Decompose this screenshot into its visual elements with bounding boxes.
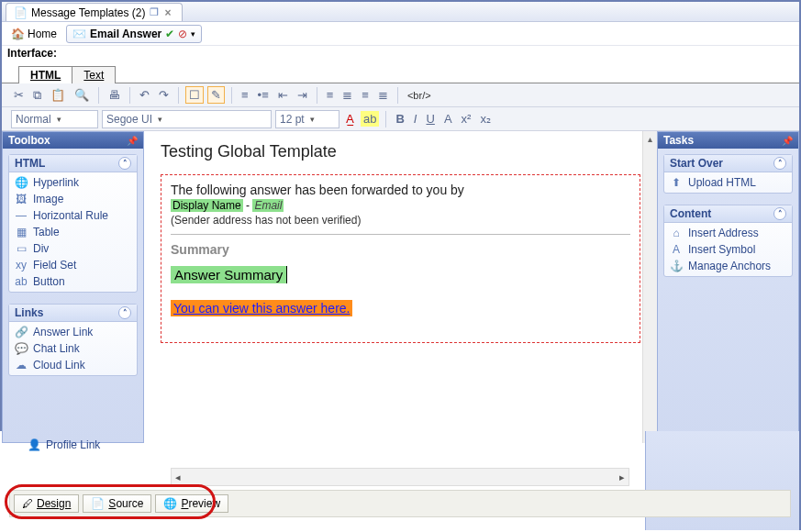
profile-icon: 👤 <box>28 438 41 451</box>
mail-icon: ✉️ <box>72 28 86 40</box>
display-line: Display Name - Email <box>171 199 630 212</box>
line-icon: — <box>15 209 28 222</box>
toolbox-profile-link[interactable]: 👤 Profile Link <box>28 438 100 451</box>
address-icon: ⌂ <box>670 227 683 239</box>
paste-icon[interactable]: 📋 <box>48 87 68 103</box>
copy-icon[interactable]: ⧉ <box>30 87 44 104</box>
window-tab-bar: 📄 Message Templates (2) ❐ × <box>2 2 799 22</box>
bold-button[interactable]: B <box>393 111 406 127</box>
align-left-icon[interactable]: ≡ <box>324 87 337 103</box>
group-links[interactable]: Links˄ <box>9 305 137 322</box>
email-answer-label: Email Answer <box>90 28 161 40</box>
pin-icon[interactable]: 📌 <box>782 136 793 146</box>
font-select[interactable]: Segoe UI▾ <box>102 110 272 128</box>
toolbox-answer-link[interactable]: 🔗Answer Link <box>11 324 135 340</box>
highlight-icon[interactable]: ab <box>361 111 379 127</box>
view-answer-link[interactable]: You can view this answer here. <box>171 300 352 316</box>
summary-label: Summary <box>171 242 630 257</box>
task-manage-anchors[interactable]: ⚓Manage Anchors <box>666 258 790 274</box>
outdent-icon[interactable]: ⇤ <box>275 87 291 103</box>
chevron-up-icon: ˄ <box>118 157 131 170</box>
font-color-icon[interactable]: A̲ <box>343 111 357 127</box>
superscript-button[interactable]: x² <box>459 111 474 127</box>
format-toolbar-row2: Normal▾ Segoe UI▾ 12 pt▾ A̲ ab B I U A x… <box>2 107 799 131</box>
align-right-icon[interactable]: ≡ <box>359 87 372 103</box>
toolbox-table[interactable]: ▦Table <box>11 224 135 240</box>
chat-icon: 💬 <box>15 342 28 355</box>
toolbox-cloud-link[interactable]: ☁Cloud Link <box>11 357 135 373</box>
chevron-up-icon: ˄ <box>773 207 786 220</box>
home-button[interactable]: 🏠 Home <box>7 27 61 41</box>
br-label[interactable]: <br/> <box>405 89 434 102</box>
group-content[interactable]: Content˄ <box>664 205 792 223</box>
toggle1-icon[interactable]: ☐ <box>185 86 204 104</box>
toolbox-image[interactable]: 🖼Image <box>11 191 135 207</box>
cloud-icon: ☁ <box>15 359 28 371</box>
check-icon: ✔ <box>165 28 174 40</box>
tab-source[interactable]: 📄Source <box>83 494 151 513</box>
font-button[interactable]: A <box>441 111 455 127</box>
toolbox-hyperlink[interactable]: 🌐Hyperlink <box>11 174 135 191</box>
find-icon[interactable]: 🔍 <box>72 87 92 103</box>
align-center-icon[interactable]: ≣ <box>339 87 355 103</box>
underline-button[interactable]: U <box>423 111 437 127</box>
document-tabs: HTML Text <box>18 63 799 83</box>
dropdown-icon[interactable]: ▾ <box>191 29 195 39</box>
toolbox-chat-link[interactable]: 💬Chat Link <box>11 340 135 357</box>
align-justify-icon[interactable]: ≣ <box>375 87 391 103</box>
toolbox-button[interactable]: abButton <box>11 273 135 290</box>
tab-text[interactable]: Text <box>72 66 116 83</box>
group-start-over[interactable]: Start Over˄ <box>664 155 792 172</box>
toolbox-title: Toolbox📌 <box>3 132 143 149</box>
tab-design[interactable]: 🖊Design <box>14 494 79 513</box>
templates-icon: 📄 <box>14 6 28 19</box>
pin-icon[interactable]: 📌 <box>127 136 138 146</box>
symbol-icon: A <box>670 243 683 256</box>
task-upload-html[interactable]: ⬆Upload HTML <box>666 174 790 191</box>
email-field[interactable]: Email <box>252 199 284 212</box>
style-select[interactable]: Normal▾ <box>11 110 98 128</box>
cut-icon[interactable]: ✂ <box>11 87 27 103</box>
tab-html[interactable]: HTML <box>18 66 72 83</box>
horizontal-scrollbar[interactable]: ◂ ▸ <box>171 468 629 486</box>
divider <box>171 234 630 235</box>
main-toolbar: 🏠 Home ✉️ Email Answer ✔ ⊘ ▾ <box>2 22 799 46</box>
group-html[interactable]: HTML˄ <box>9 155 137 172</box>
window-tab[interactable]: 📄 Message Templates (2) ❐ × <box>6 3 183 21</box>
scroll-left-icon[interactable]: ◂ <box>175 471 181 483</box>
redo-icon[interactable]: ↷ <box>156 87 172 103</box>
window-tab-title: Message Templates (2) <box>31 6 146 19</box>
scroll-right-icon[interactable]: ▸ <box>619 471 625 483</box>
vertical-scrollbar[interactable]: ▴ <box>642 131 657 443</box>
task-insert-symbol[interactable]: AInsert Symbol <box>666 241 790 258</box>
close-icon[interactable]: × <box>162 6 174 19</box>
indent-icon[interactable]: ⇥ <box>295 87 310 103</box>
preview-rest: review <box>188 497 220 510</box>
toolbox-div[interactable]: ▭Div <box>11 240 135 257</box>
task-insert-address[interactable]: ⌂Insert Address <box>666 225 790 241</box>
link-icon: 🔗 <box>15 326 28 338</box>
fieldset-icon: xy <box>15 259 28 272</box>
restore-icon[interactable]: ❐ <box>150 6 159 18</box>
list-bullet-icon[interactable]: •≡ <box>255 87 272 103</box>
editor-area[interactable]: Testing Global Template The following an… <box>144 131 657 443</box>
toolbox-fieldset[interactable]: xyField Set <box>11 257 135 273</box>
design-icon: 🖊 <box>22 497 33 510</box>
italic-button[interactable]: I <box>411 111 420 127</box>
source-rest: ource <box>116 497 143 510</box>
tab-preview[interactable]: 🌐Preview <box>155 494 228 513</box>
scroll-up-icon[interactable]: ▴ <box>643 131 657 146</box>
print-icon[interactable]: 🖶 <box>106 87 123 103</box>
email-answer-button[interactable]: ✉️ Email Answer ✔ ⊘ ▾ <box>66 25 202 43</box>
size-select[interactable]: 12 pt▾ <box>275 110 339 128</box>
toolbox-hr[interactable]: —Horizontal Rule <box>11 207 135 224</box>
globe-icon: 🌐 <box>15 176 28 189</box>
undo-icon[interactable]: ↶ <box>137 87 152 103</box>
list-num-icon[interactable]: ≡ <box>239 87 251 103</box>
chevron-up-icon: ˄ <box>118 306 131 319</box>
display-name-field[interactable]: Display Name <box>171 199 243 212</box>
answer-summary-field[interactable]: Answer Summary <box>171 266 287 283</box>
toggle2-icon[interactable]: ✎ <box>207 86 225 104</box>
subscript-button[interactable]: x₂ <box>477 111 494 127</box>
view-tabs: 🖊Design 📄Source 🌐Preview <box>9 490 791 517</box>
